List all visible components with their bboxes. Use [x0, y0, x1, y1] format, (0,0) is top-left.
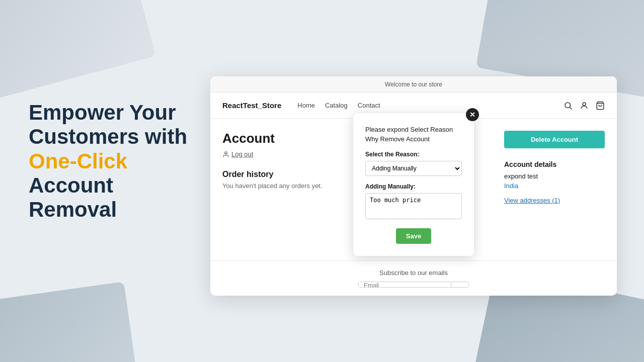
reason-select[interactable]: Adding Manually Too Expensive Bad Servic…: [365, 161, 462, 176]
select-reason-label: Select the Reason:: [365, 151, 462, 158]
store-logo: ReactTest_Store: [222, 101, 281, 110]
marketing-line4: Removal: [29, 198, 117, 221]
svg-point-0: [565, 103, 571, 108]
nav-link-catalog[interactable]: Catalog: [325, 102, 348, 109]
bg-shape-bottom-left: [0, 282, 136, 362]
store-window: Welcome to our store ReactTest_Store Hom…: [210, 76, 617, 296]
store-nav-links: Home Catalog Contact: [297, 102, 564, 109]
nav-link-contact[interactable]: Contact: [358, 102, 380, 109]
cart-icon[interactable]: [596, 101, 605, 110]
marketing-heading: Empower Your Customers with One-Click Ac…: [29, 101, 215, 222]
textarea-label: Adding Manually:: [365, 183, 462, 190]
store-footer: Subscribe to our emails →: [210, 260, 617, 296]
store-topbar: Welcome to our store: [210, 76, 617, 93]
store-nav-icons: [564, 101, 605, 110]
email-form: →: [358, 282, 469, 288]
modal-save-button[interactable]: Save: [396, 228, 431, 244]
nav-link-home[interactable]: Home: [297, 102, 315, 109]
marketing-line3: Account: [29, 173, 113, 197]
marketing-line1: Empower Your: [29, 101, 176, 124]
modal-box: ✕ Please expond Select Reason Why Remove…: [353, 113, 474, 255]
svg-point-2: [583, 103, 586, 106]
bg-shape-top-left: [0, 0, 156, 102]
store-content: Account Log out Order history You haven'…: [210, 119, 617, 260]
modal-title: Please expond Select Reason Why Remove A…: [365, 125, 462, 143]
reason-textarea[interactable]: Too much price: [365, 193, 462, 219]
marketing-line2: Customers with: [29, 125, 187, 148]
marketing-highlight: One-Click: [29, 149, 127, 173]
email-submit-button[interactable]: →: [451, 282, 468, 288]
modal-close-button[interactable]: ✕: [466, 108, 479, 121]
modal-overlay: ✕ Please expond Select Reason Why Remove…: [210, 119, 617, 260]
marketing-panel: Empower Your Customers with One-Click Ac…: [29, 101, 215, 222]
topbar-text: Welcome to our store: [385, 81, 442, 88]
email-input[interactable]: [359, 282, 451, 288]
account-icon[interactable]: [580, 101, 589, 110]
svg-line-1: [570, 107, 572, 109]
search-icon[interactable]: [564, 101, 573, 110]
subscribe-title: Subscribe to our emails: [379, 269, 448, 277]
